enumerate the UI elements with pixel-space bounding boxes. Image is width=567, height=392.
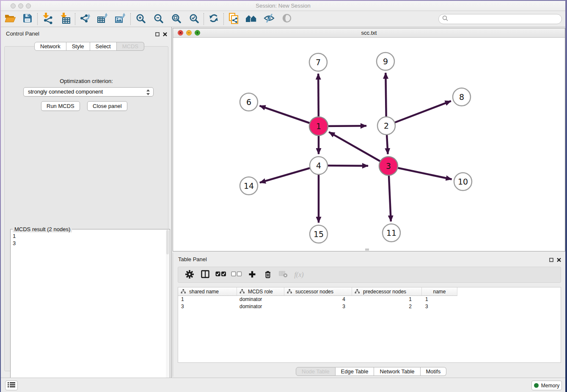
search-input[interactable] (450, 15, 561, 23)
export-image-icon (115, 13, 127, 25)
tab-style[interactable]: Style (66, 42, 90, 51)
window-titlebar[interactable]: Session: New Session (1, 1, 565, 11)
zoom-selected-button[interactable] (185, 11, 203, 27)
zoom-in-button[interactable] (132, 11, 149, 27)
table-row[interactable]: 1dominator411 (178, 296, 561, 303)
table-body: 1dominator4113dominator323 (178, 296, 561, 310)
table-settings-button[interactable] (182, 268, 197, 282)
clone-network-button[interactable] (225, 11, 242, 27)
close-panel-icon[interactable] (557, 256, 561, 264)
cell-shared-name[interactable]: 1 (178, 296, 237, 303)
tab-network[interactable]: Network (34, 42, 66, 51)
optimization-criterion-select[interactable]: strongly connected component (23, 87, 154, 97)
graph-node-8[interactable]: 8 (453, 88, 471, 106)
import-network-icon (41, 13, 53, 25)
import-table-button[interactable] (56, 11, 74, 27)
tab-node-table[interactable]: Node Table (296, 367, 336, 376)
table-toolbar: f(x) (178, 267, 561, 283)
graph-node-15[interactable]: 15 (310, 225, 328, 243)
tab-select[interactable]: Select (90, 42, 117, 51)
graph-node-11[interactable]: 11 (383, 224, 400, 242)
export-network-button[interactable] (76, 11, 94, 27)
run-mcds-button[interactable]: Run MCDS (41, 101, 80, 111)
import-network-button[interactable] (39, 11, 56, 27)
column-header-successor-nodes[interactable]: successor nodes (284, 287, 352, 296)
graph-node-2[interactable]: 2 (377, 117, 395, 135)
graph-svg[interactable]: 7968124314101511 (173, 38, 565, 251)
node-table[interactable]: shared nameMCDS rolesuccessor nodesprede… (178, 287, 561, 363)
column-header-shared-name[interactable]: shared name (178, 287, 237, 296)
optimization-criterion-value: strongly connected component (28, 88, 103, 95)
memory-button[interactable]: Memory (531, 381, 562, 390)
tab-edge-table[interactable]: Edge Table (336, 367, 374, 376)
zoom-fit-button[interactable] (167, 11, 185, 27)
first-neighbors-button[interactable] (242, 11, 260, 27)
network-window-titlebar[interactable]: ✕ − + scc.txt (173, 28, 565, 38)
zoom-out-button[interactable] (149, 11, 167, 27)
column-header-mcds-role[interactable]: MCDS role (237, 287, 284, 296)
graph-node-6[interactable]: 6 (240, 93, 258, 111)
mcds-result-text[interactable]: 1 3 (13, 232, 165, 386)
cell-shared-name[interactable]: 3 (178, 303, 237, 310)
zoom-in-icon (136, 14, 146, 25)
application-window: Session: New Session Control Panel (1, 1, 565, 392)
plus-icon (248, 271, 256, 279)
close-panel-icon[interactable] (163, 30, 167, 38)
column-header-label: MCDS role (248, 289, 273, 295)
column-header-name[interactable]: name (422, 287, 457, 296)
cell-name[interactable]: 3 (422, 303, 457, 310)
tab-mcds[interactable]: MCDS (117, 42, 144, 51)
show-graphics-details-button[interactable] (278, 11, 296, 27)
svg-text:4: 4 (316, 161, 321, 170)
select-all-columns-button[interactable] (213, 268, 228, 282)
tree-sort-icon (287, 289, 292, 294)
export-table-button[interactable] (94, 11, 112, 27)
task-history-button[interactable] (5, 381, 18, 390)
refresh-icon (208, 13, 219, 25)
cell-predecessor-nodes[interactable]: 2 (352, 303, 422, 310)
float-panel-icon[interactable] (549, 256, 553, 264)
network-canvas[interactable]: 7968124314101511 (173, 38, 565, 251)
apply-layout-button[interactable] (205, 11, 223, 27)
network-view-window: ✕ − + scc.txt 7968124314101511 (173, 28, 565, 251)
save-session-button[interactable] (19, 11, 36, 27)
open-session-button[interactable] (1, 11, 19, 27)
cell-mcds-role[interactable]: dominator (237, 296, 284, 303)
open-folder-icon (4, 13, 16, 25)
eye-slash-icon (263, 13, 275, 25)
save-floppy-icon (22, 13, 33, 25)
delete-table-button[interactable] (275, 268, 291, 282)
graph-node-3[interactable]: 3 (379, 157, 398, 175)
tab-motifs[interactable]: Motifs (421, 367, 447, 376)
cell-name[interactable]: 1 (422, 296, 457, 303)
graph-node-4[interactable]: 4 (310, 157, 328, 174)
table-row[interactable]: 3dominator323 (178, 303, 561, 310)
frame-resize-grip[interactable] (365, 248, 369, 251)
cell-mcds-role[interactable]: dominator (237, 303, 284, 310)
cell-successor-nodes[interactable]: 4 (284, 296, 352, 303)
cell-successor-nodes[interactable]: 3 (284, 303, 352, 310)
graph-edge-2-8[interactable] (386, 101, 451, 126)
graph-node-1[interactable]: 1 (309, 117, 328, 135)
graph-node-10[interactable]: 10 (454, 173, 472, 190)
delete-table-icon (279, 271, 288, 279)
column-header-predecessor-nodes[interactable]: predecessor nodes (352, 287, 422, 296)
close-panel-button[interactable]: Close panel (87, 101, 127, 111)
float-panel-icon[interactable] (155, 30, 160, 38)
create-column-button[interactable] (244, 268, 260, 282)
graph-edge-3-1[interactable] (329, 132, 388, 166)
export-image-button[interactable] (112, 11, 129, 27)
search-box[interactable] (438, 14, 562, 24)
unselect-all-columns-button[interactable] (228, 268, 244, 282)
graph-node-14[interactable]: 14 (240, 177, 258, 195)
delete-column-button[interactable] (260, 268, 275, 282)
cell-predecessor-nodes[interactable]: 1 (352, 296, 422, 303)
search-icon (442, 15, 448, 23)
result-scrollbar[interactable] (166, 230, 169, 388)
hide-graphics-details-button[interactable] (260, 11, 278, 27)
tab-network-table[interactable]: Network Table (374, 367, 420, 376)
function-builder-button[interactable]: f(x) (291, 268, 307, 282)
graph-node-7[interactable]: 7 (309, 53, 327, 71)
show-columns-button[interactable] (197, 268, 213, 282)
graph-node-9[interactable]: 9 (377, 52, 394, 70)
